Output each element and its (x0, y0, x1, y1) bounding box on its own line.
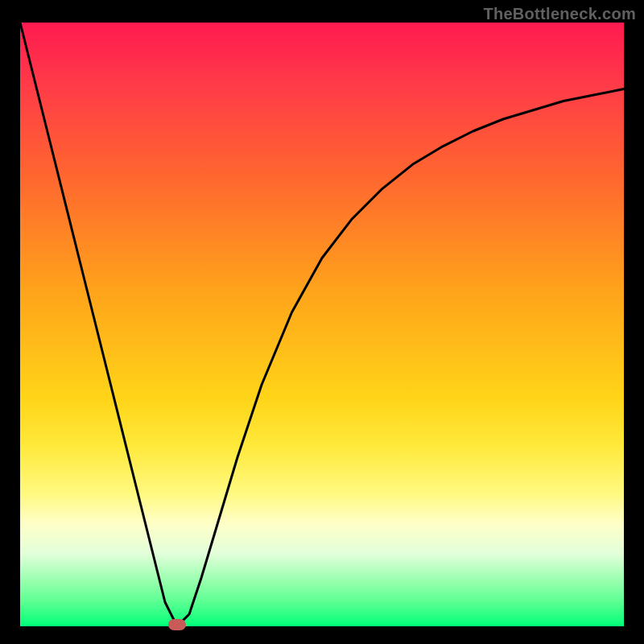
min-marker (168, 619, 186, 630)
gradient-plot-area (20, 23, 624, 626)
chart-svg (20, 23, 624, 626)
bottleneck-curve (20, 23, 624, 626)
watermark-text: TheBottleneck.com (483, 5, 636, 23)
